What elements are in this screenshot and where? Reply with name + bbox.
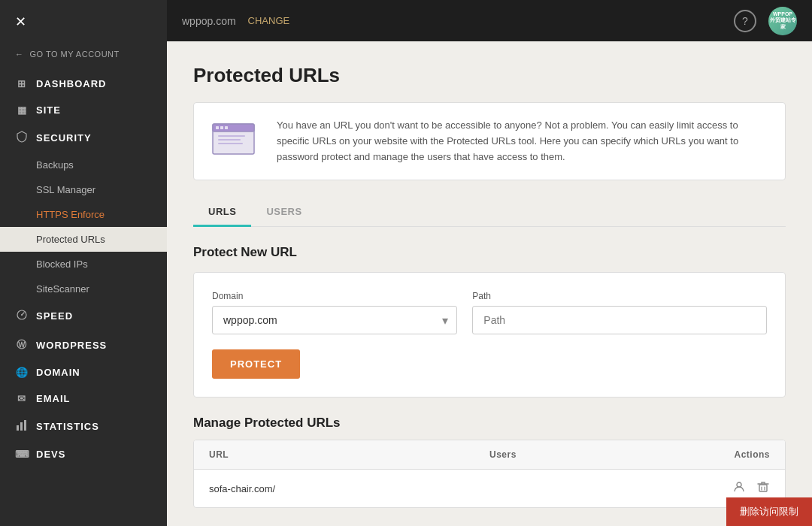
row-actions bbox=[630, 480, 771, 497]
sidebar-item-devs[interactable]: ⌨ DEVS bbox=[0, 441, 167, 467]
header-users: Users bbox=[489, 449, 630, 460]
protect-button[interactable]: PROTECT bbox=[212, 349, 300, 379]
sidebar-item-label: EMAIL bbox=[36, 393, 70, 404]
domain-label: Domain bbox=[212, 291, 457, 301]
domain-field-group: Domain wppop.com ▾ bbox=[212, 291, 457, 334]
sidebar-item-label: DASHBOARD bbox=[36, 78, 107, 89]
account-label: GO TO MY ACCOUNT bbox=[30, 50, 120, 59]
sidebar-item-label: DEVS bbox=[36, 449, 65, 460]
svg-rect-2 bbox=[17, 425, 19, 431]
manage-section-title: Manage Protected URLs bbox=[193, 416, 786, 431]
sidebar-subitem-backups[interactable]: Backups bbox=[0, 153, 167, 177]
svg-rect-6 bbox=[213, 124, 254, 132]
avatar[interactable]: WPPOP外贸建站专家 bbox=[768, 7, 797, 35]
dashboard-icon: ⊞ bbox=[15, 78, 29, 89]
sidebar-item-label: WORDPRESS bbox=[36, 340, 107, 351]
sidebar: ✕ ← GO TO MY ACCOUNT ⊞ DASHBOARD ▦ SITE … bbox=[0, 0, 167, 526]
tab-users[interactable]: USERS bbox=[251, 198, 317, 227]
protect-section-title: Protect New URL bbox=[193, 245, 786, 260]
row-url: sofa-chair.com/ bbox=[209, 483, 489, 494]
sidebar-item-label: DOMAIN bbox=[36, 367, 80, 378]
svg-point-1 bbox=[21, 314, 23, 316]
header-actions: Actions bbox=[630, 449, 771, 460]
sidebar-subitem-protected-urls[interactable]: Protected URLs bbox=[0, 227, 167, 252]
email-icon: ✉ bbox=[15, 393, 29, 404]
domain-select[interactable]: wppop.com bbox=[212, 306, 457, 334]
url-illustration bbox=[209, 118, 262, 163]
devs-icon: ⌨ bbox=[15, 449, 29, 460]
close-icon: ✕ bbox=[15, 14, 26, 29]
svg-rect-9 bbox=[225, 126, 228, 129]
manage-users-icon[interactable] bbox=[732, 480, 746, 497]
close-button[interactable]: ✕ bbox=[0, 0, 167, 44]
wordpress-icon: Ⓦ bbox=[15, 338, 29, 352]
svg-rect-8 bbox=[220, 126, 223, 129]
form-row: Domain wppop.com ▾ Path bbox=[212, 291, 767, 334]
delete-tooltip: 删除访问限制 bbox=[726, 497, 812, 526]
svg-rect-4 bbox=[24, 420, 26, 431]
path-field-group: Path bbox=[472, 291, 767, 334]
svg-rect-10 bbox=[218, 135, 245, 137]
svg-rect-7 bbox=[216, 126, 219, 129]
tab-urls[interactable]: URLS bbox=[193, 198, 251, 227]
help-button[interactable]: ? bbox=[734, 10, 756, 32]
sidebar-item-security[interactable]: SECURITY bbox=[0, 123, 167, 153]
sidebar-item-label: SITE bbox=[36, 104, 61, 116]
tabs: URLS USERS bbox=[193, 198, 786, 227]
sidebar-item-email[interactable]: ✉ EMAIL bbox=[0, 385, 167, 412]
svg-rect-14 bbox=[759, 485, 767, 491]
sidebar-item-dashboard[interactable]: ⊞ DASHBOARD bbox=[0, 71, 167, 97]
topbar: wppop.com CHANGE ? WPPOP外贸建站专家 bbox=[167, 0, 812, 41]
statistics-icon bbox=[15, 419, 29, 434]
sidebar-item-label: SECURITY bbox=[36, 132, 92, 144]
sidebar-item-site[interactable]: ▦ SITE bbox=[0, 97, 167, 123]
table-row: sofa-chair.com/ bbox=[194, 470, 785, 507]
sidebar-subitem-https-enforce[interactable]: HTTPS Enforce bbox=[0, 202, 167, 227]
site-icon: ▦ bbox=[15, 104, 29, 116]
sidebar-item-label: STATISTICS bbox=[36, 421, 99, 432]
info-description: You have an URL you don't want to be acc… bbox=[277, 118, 770, 165]
content-area: Protected URLs You have an URL you don't… bbox=[167, 41, 812, 526]
svg-rect-12 bbox=[218, 143, 243, 144]
topbar-change-button[interactable]: CHANGE bbox=[248, 15, 290, 26]
page-title: Protected URLs bbox=[193, 64, 786, 87]
info-box: You have an URL you don't want to be acc… bbox=[193, 102, 786, 180]
sidebar-subitem-blocked-ips[interactable]: Blocked IPs bbox=[0, 252, 167, 277]
domain-icon: 🌐 bbox=[15, 367, 29, 378]
svg-rect-11 bbox=[218, 139, 241, 141]
delete-icon[interactable] bbox=[756, 480, 770, 497]
topbar-domain: wppop.com bbox=[182, 15, 236, 27]
domain-select-wrapper: wppop.com ▾ bbox=[212, 306, 457, 334]
sidebar-item-wordpress[interactable]: Ⓦ WORDPRESS bbox=[0, 331, 167, 359]
svg-point-13 bbox=[737, 482, 741, 487]
sidebar-item-label: SPEED bbox=[36, 310, 73, 322]
security-icon bbox=[15, 131, 29, 145]
sidebar-subitem-sitescanner[interactable]: SiteScanner bbox=[0, 277, 167, 301]
sidebar-subitem-ssl-manager[interactable]: SSL Manager bbox=[0, 177, 167, 202]
path-input[interactable] bbox=[472, 306, 767, 334]
path-label: Path bbox=[472, 291, 767, 301]
table-header: URL Users Actions bbox=[194, 440, 785, 470]
protected-urls-table: URL Users Actions sofa-chair.com/ bbox=[193, 440, 786, 508]
sidebar-item-statistics[interactable]: STATISTICS bbox=[0, 412, 167, 441]
main-area: wppop.com CHANGE ? WPPOP外贸建站专家 Protected… bbox=[167, 0, 812, 526]
sidebar-item-domain[interactable]: 🌐 DOMAIN bbox=[0, 359, 167, 385]
protect-form-card: Domain wppop.com ▾ Path PROTECT bbox=[193, 272, 786, 398]
help-icon: ? bbox=[742, 15, 748, 27]
go-to-account-link[interactable]: ← GO TO MY ACCOUNT bbox=[0, 44, 167, 71]
header-url: URL bbox=[209, 449, 489, 460]
avatar-text: WPPOP外贸建站专家 bbox=[768, 11, 797, 30]
back-arrow-icon: ← bbox=[15, 50, 24, 59]
svg-rect-3 bbox=[20, 422, 23, 431]
sidebar-item-speed[interactable]: SPEED bbox=[0, 301, 167, 331]
speed-icon bbox=[15, 309, 29, 323]
